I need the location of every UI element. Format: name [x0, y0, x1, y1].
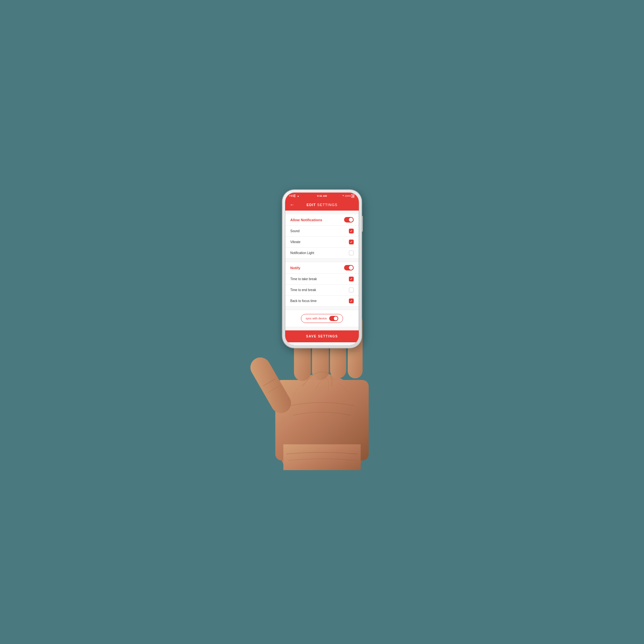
signal-bar-1: [290, 195, 290, 196]
sync-section: sync with device: [285, 310, 359, 327]
settings-content: Allow Notifications Sound Vibrate: [285, 211, 359, 345]
notify-toggle-knob: [349, 266, 353, 270]
sync-pill: sync with device: [301, 314, 343, 323]
wifi-icon: ▲: [297, 195, 299, 197]
allow-notifications-row: Allow Notifications: [285, 214, 359, 226]
vibrate-row: Vibrate: [285, 237, 359, 248]
signal-bar-4: [295, 194, 295, 197]
app-screen: ▲ 9:41 AM ✦ 100% ▮ ← EDIT SETTINGS: [285, 193, 359, 345]
allow-notifications-section: Allow Notifications Sound Vibrate: [285, 214, 359, 259]
time-to-take-break-checkbox[interactable]: [349, 277, 354, 281]
time-to-end-break-checkbox[interactable]: [349, 288, 354, 292]
notification-light-row: Notification Light: [285, 248, 359, 258]
status-bar: ▲ 9:41 AM ✦ 100% ▮: [285, 193, 359, 199]
back-to-focus-label: Back to focus time: [290, 299, 317, 303]
back-to-focus-checkbox[interactable]: [349, 298, 354, 303]
notify-label: Notify: [290, 266, 300, 270]
back-button[interactable]: ←: [290, 202, 295, 208]
vibrate-label: Vibrate: [290, 240, 301, 244]
svg-rect-18: [283, 444, 361, 470]
vibrate-checkbox[interactable]: [349, 240, 354, 244]
signal-bar-3: [293, 194, 294, 197]
status-time: 9:41 AM: [317, 194, 327, 197]
notification-light-label: Notification Light: [290, 251, 314, 255]
save-settings-button[interactable]: SAVE SETTINGS: [285, 330, 359, 342]
sync-toggle-knob: [334, 317, 338, 320]
notification-light-checkbox[interactable]: [349, 251, 354, 255]
phone-shell: ▲ 9:41 AM ✦ 100% ▮ ← EDIT SETTINGS: [283, 190, 362, 348]
time-to-end-break-label: Time to end break: [290, 288, 316, 292]
battery-label: 100%: [345, 195, 351, 197]
phone-inner: ▲ 9:41 AM ✦ 100% ▮ ← EDIT SETTINGS: [285, 193, 359, 345]
notify-toggle[interactable]: [344, 265, 354, 270]
time-to-end-break-row: Time to end break: [285, 285, 359, 296]
nav-bar: ← EDIT SETTINGS: [285, 199, 359, 211]
sync-label: sync with device: [306, 317, 327, 320]
time-to-take-break-label: Time to take break: [290, 277, 317, 281]
bluetooth-icon: ✦: [342, 194, 344, 197]
notify-row: Notify: [285, 262, 359, 274]
sound-checkbox[interactable]: [349, 229, 354, 233]
time-to-take-break-row: Time to take break: [285, 274, 359, 285]
battery-area: ✦ 100% ▮: [342, 194, 355, 198]
toggle-knob: [349, 218, 353, 222]
signal-bar-2: [291, 195, 292, 197]
sound-label: Sound: [290, 229, 300, 233]
allow-notifications-toggle[interactable]: [344, 217, 354, 223]
battery-icon: ▮: [351, 194, 355, 198]
page-title: EDIT SETTINGS: [307, 203, 337, 207]
notify-section: Notify Time to take break Time to end: [285, 262, 359, 307]
sync-toggle[interactable]: [329, 316, 338, 321]
sound-row: Sound: [285, 226, 359, 237]
back-to-focus-row: Back to focus time: [285, 296, 359, 306]
allow-notifications-label: Allow Notifications: [290, 218, 322, 222]
signal-area: ▲: [290, 194, 299, 197]
